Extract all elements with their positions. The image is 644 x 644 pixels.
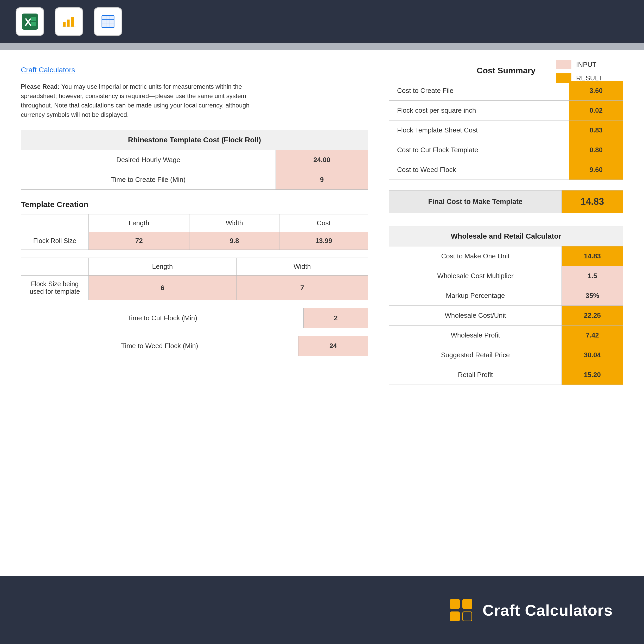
chart-icon[interactable] xyxy=(55,7,83,36)
wholesale-row-5: Suggested Retail Price 30.04 xyxy=(389,345,623,365)
final-cost-table: Final Cost to Make Template 14.83 xyxy=(389,190,623,213)
time-weed-value[interactable]: 24 xyxy=(298,336,368,356)
wholesale-multiplier-value[interactable]: 1.5 xyxy=(562,266,623,286)
flock-col-empty xyxy=(21,214,89,232)
wholesale-row-0: Cost to Make One Unit 14.83 xyxy=(389,246,623,266)
flock-size-table: Length Width Flock Size being used for t… xyxy=(21,258,368,300)
wholesale-unit-label: Wholesale Cost/Unit xyxy=(389,306,562,326)
craft-calculators-link[interactable]: Craft Calculators xyxy=(21,66,368,74)
retail-price-label: Suggested Retail Price xyxy=(389,345,562,365)
logo-dot-bl xyxy=(450,611,460,621)
flock-col-cost: Cost xyxy=(279,214,368,232)
svg-text:X: X xyxy=(24,16,32,28)
create-file-label: Time to Create File (Min) xyxy=(21,170,276,190)
wholesale-row-4: Wholesale Profit 7.42 xyxy=(389,326,623,345)
markup-label: Markup Percentage xyxy=(389,286,562,306)
legend-result: RESULT xyxy=(556,73,602,83)
bottom-bar: Craft Calculators xyxy=(0,576,644,644)
flock-size-length[interactable]: 6 xyxy=(89,276,237,300)
final-cost-value: 14.83 xyxy=(562,190,623,213)
wholesale-row-2: Markup Percentage 35% xyxy=(389,286,623,306)
flock-size-col-empty xyxy=(21,258,89,276)
svg-rect-5 xyxy=(63,22,66,27)
final-cost-label: Final Cost to Make Template xyxy=(389,190,562,213)
cost-summary-row-4: Cost to Weed Flock 9.60 xyxy=(389,160,623,180)
hourly-wage-value[interactable]: 24.00 xyxy=(276,150,368,170)
final-cost-row: Final Cost to Make Template 14.83 xyxy=(389,190,623,213)
left-column: Craft Calculators Please Read: You may u… xyxy=(21,66,368,395)
result-swatch xyxy=(556,73,571,83)
wholesale-multiplier-label: Wholesale Cost Multiplier xyxy=(389,266,562,286)
flock-size-col-width: Width xyxy=(236,258,368,276)
main-content: Craft Calculators Please Read: You may u… xyxy=(0,50,644,411)
cost-summary-row-0: Cost to Create File 3.60 xyxy=(389,81,623,101)
flock-col-length: Length xyxy=(89,214,189,232)
template-creation-title: Template Creation xyxy=(21,200,368,209)
flock-cost-sq-label: Flock cost per square inch xyxy=(389,101,569,120)
flock-roll-width[interactable]: 9.8 xyxy=(189,232,279,250)
cost-summary-row-1: Flock cost per square inch 0.02 xyxy=(389,101,623,120)
flock-size-col-length: Length xyxy=(89,258,237,276)
wholesale-retail-title: Wholesale and Retail Calculator xyxy=(389,226,623,246)
flock-size-row: Flock Size being used for template 6 7 xyxy=(21,276,368,300)
sheets-icon[interactable] xyxy=(94,7,122,36)
time-cut-value[interactable]: 2 xyxy=(303,308,368,328)
please-read-text: Please Read: You may use imperial or met… xyxy=(21,82,255,119)
flock-sheet-cost-value: 0.83 xyxy=(569,120,623,140)
footer-brand-name: Craft Calculators xyxy=(483,601,613,619)
table-row: Desired Hourly Wage 24.00 xyxy=(21,150,368,170)
flock-col-width: Width xyxy=(189,214,279,232)
right-column: Cost Summary Cost to Create File 3.60 Fl… xyxy=(389,66,623,395)
markup-value[interactable]: 35% xyxy=(562,286,623,306)
wholesale-row-6: Retail Profit 15.20 xyxy=(389,365,623,385)
logo-dot-tl xyxy=(450,599,460,609)
legend-result-label: RESULT xyxy=(576,74,602,82)
cost-one-unit-label: Cost to Make One Unit xyxy=(389,246,562,266)
wholesale-retail-table: Wholesale and Retail Calculator Cost to … xyxy=(389,226,623,385)
excel-icon[interactable]: X xyxy=(16,7,44,36)
time-weed-table: Time to Weed Flock (Min) 24 xyxy=(21,336,368,356)
retail-profit-value: 15.20 xyxy=(562,365,623,385)
cost-create-file-value: 3.60 xyxy=(569,81,623,101)
cost-one-unit-value: 14.83 xyxy=(562,246,623,266)
table-row: Time to Cut Flock (Min) 2 xyxy=(21,308,368,328)
retail-price-value: 30.04 xyxy=(562,345,623,365)
divider xyxy=(0,43,644,50)
legend-input-label: INPUT xyxy=(576,61,596,69)
rhinestone-table: Rhinestone Template Cost (Flock Roll) De… xyxy=(21,130,368,190)
retail-profit-label: Retail Profit xyxy=(389,365,562,385)
flock-roll-row: Flock Roll Size 72 9.8 13.99 xyxy=(21,232,368,250)
legend: INPUT RESULT xyxy=(556,60,602,83)
wholesale-profit-label: Wholesale Profit xyxy=(389,326,562,345)
time-cut-label: Time to Cut Flock (Min) xyxy=(21,308,304,328)
wholesale-row-3: Wholesale Cost/Unit 22.25 xyxy=(389,306,623,326)
time-weed-label: Time to Weed Flock (Min) xyxy=(21,336,298,356)
cost-cut-label: Cost to Cut Flock Template xyxy=(389,140,569,160)
cost-summary-row-2: Flock Template Sheet Cost 0.83 xyxy=(389,120,623,140)
input-swatch xyxy=(556,60,571,69)
logo-dot-tr xyxy=(462,599,472,609)
wholesale-profit-value: 7.42 xyxy=(562,326,623,345)
flock-roll-cost[interactable]: 13.99 xyxy=(279,232,368,250)
flock-size-width[interactable]: 7 xyxy=(236,276,368,300)
legend-input: INPUT xyxy=(556,60,602,69)
svg-rect-10 xyxy=(102,15,114,28)
table-row: Time to Weed Flock (Min) 24 xyxy=(21,336,368,356)
table-row: Time to Create File (Min) 9 xyxy=(21,170,368,190)
top-bar: X xyxy=(0,0,644,43)
wholesale-unit-value: 22.25 xyxy=(562,306,623,326)
hourly-wage-label: Desired Hourly Wage xyxy=(21,150,276,170)
flock-roll-length[interactable]: 72 xyxy=(89,232,189,250)
logo-dot-br xyxy=(462,611,472,621)
wholesale-row-1: Wholesale Cost Multiplier 1.5 xyxy=(389,266,623,286)
cost-weed-value: 9.60 xyxy=(569,160,623,180)
flock-roll-label: Flock Roll Size xyxy=(21,232,89,250)
cost-cut-value: 0.80 xyxy=(569,140,623,160)
create-file-value[interactable]: 9 xyxy=(276,170,368,190)
cost-weed-label: Cost to Weed Flock xyxy=(389,160,569,180)
flock-cost-sq-value: 0.02 xyxy=(569,101,623,120)
cost-summary-table: Cost to Create File 3.60 Flock cost per … xyxy=(389,81,623,180)
flock-sheet-cost-label: Flock Template Sheet Cost xyxy=(389,120,569,140)
cost-summary-row-3: Cost to Cut Flock Template 0.80 xyxy=(389,140,623,160)
please-read-bold: Please Read: xyxy=(21,83,60,90)
